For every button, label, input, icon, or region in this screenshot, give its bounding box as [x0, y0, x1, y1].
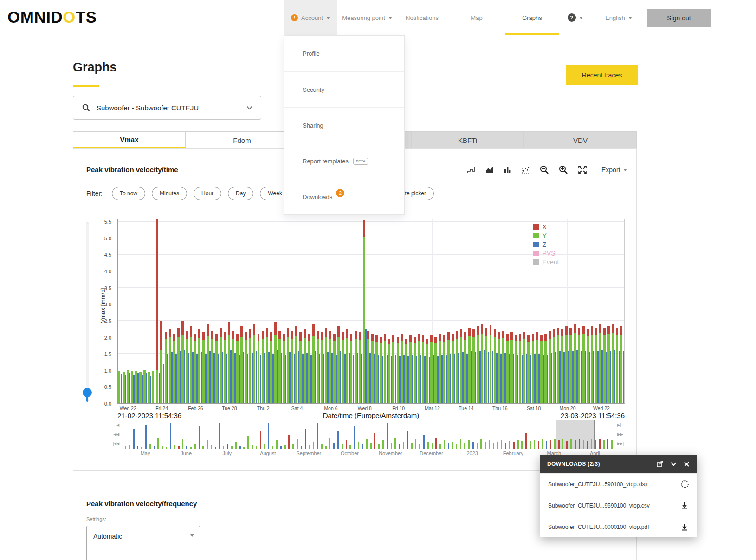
x-series-bar [578, 328, 581, 335]
nav-item-map[interactable]: Map [463, 0, 491, 35]
y-series-bar [202, 340, 205, 403]
mini-bar [346, 440, 347, 449]
nav-item-graphs[interactable]: Graphs [505, 0, 559, 35]
tab-vmax[interactable]: Vmax [73, 131, 186, 148]
nav-item-help[interactable]: ? [564, 0, 586, 35]
tab-kbfti[interactable]: KBFTi [411, 131, 524, 148]
filter-minutes[interactable]: Minutes [152, 187, 187, 200]
zoom-out-icon[interactable] [538, 164, 551, 176]
page-forward-icon[interactable]: ▶▶| [617, 439, 623, 448]
filter-to-now[interactable]: To now [112, 187, 145, 200]
menu-item-security[interactable]: Security [284, 71, 404, 107]
tab-vdv[interactable]: VDV [524, 131, 637, 148]
y-series-bar [452, 341, 454, 403]
mini-bar [505, 443, 506, 449]
bar-group [468, 219, 472, 403]
menu-item-downloads[interactable]: Downloads2 [284, 179, 404, 214]
download-row[interactable]: Subwoofer_CUTEJU...0000100_vtop.pdf [540, 516, 697, 537]
zoom-in-icon[interactable] [557, 164, 570, 176]
legend-item-event[interactable]: Event [533, 257, 559, 266]
skip-to-start-icon[interactable]: |◀ [116, 421, 119, 429]
x-series-bar [228, 322, 230, 335]
y-series-bar [375, 342, 378, 403]
legend-item-pvs[interactable]: PVS [533, 249, 559, 257]
menu-item-profile[interactable]: Profile [284, 36, 404, 71]
bar-group [342, 219, 346, 403]
bar-group [190, 219, 194, 403]
bar-group [447, 219, 451, 403]
y-series-bar [363, 237, 365, 403]
menu-item-sharing[interactable]: Sharing [284, 107, 404, 143]
x-series-bar [397, 337, 399, 343]
menu-item-report-templates[interactable]: Report templatesBETA [284, 143, 404, 179]
logo-text: OMNID [7, 8, 63, 26]
fast-forward-icon[interactable]: ▶▶ [617, 430, 623, 438]
fast-backward-icon[interactable]: ◀◀ [113, 430, 119, 438]
x-series-bar [557, 328, 559, 336]
column-chart-icon[interactable] [502, 164, 514, 175]
nav-item-measuring-point[interactable]: Measuring point [341, 0, 393, 35]
tab-fdom[interactable]: Fdom [186, 131, 298, 148]
x-series-bar [612, 324, 614, 333]
bar-group [287, 219, 291, 403]
filter-hour[interactable]: Hour [194, 187, 221, 200]
month-label: June [181, 451, 192, 456]
x-series-bar [452, 334, 454, 341]
download-row[interactable]: Subwoofer_CUTEJU...590100_vtop.xlsx [540, 473, 697, 495]
x-series-bar [510, 332, 513, 340]
legend-item-x[interactable]: X [533, 222, 559, 231]
legend-item-z[interactable]: Z [533, 240, 559, 249]
y-series-bar [118, 371, 121, 403]
mini-bar [509, 441, 510, 449]
page-backward-icon[interactable]: |◀◀ [113, 439, 119, 448]
y-tick-label: 4.5 [104, 252, 111, 257]
y-zoom-slider-track [86, 222, 89, 401]
mini-bar [411, 443, 413, 449]
download-icon[interactable] [680, 502, 689, 510]
export-button[interactable]: Export [601, 166, 627, 174]
recent-traces-button[interactable]: Recent traces [566, 65, 638, 85]
x-series-bar [418, 334, 420, 341]
bar-group [405, 219, 409, 403]
y-zoom-slider-handle[interactable] [83, 388, 92, 397]
month-label: July [222, 451, 232, 456]
area-chart-icon[interactable] [484, 164, 496, 175]
step-line-chart-icon[interactable] [465, 164, 478, 175]
bar-group [329, 219, 333, 403]
y-series-bar [595, 335, 597, 403]
mini-bar [305, 429, 306, 449]
x-tick-label: Wed 22 [120, 406, 136, 411]
nav-item-account[interactable]: ! Account [284, 0, 337, 35]
mini-bar [415, 439, 416, 449]
filter-day[interactable]: Day [228, 187, 253, 200]
x-series-bar [156, 219, 158, 370]
measuring-point-select[interactable]: Subwoofer - Subwoofer CUTEJU [73, 96, 261, 120]
overview-bars[interactable] [125, 420, 615, 449]
mini-bar [423, 435, 425, 449]
nav-item-notifications[interactable]: Notifications [400, 0, 444, 35]
sign-out-button[interactable]: Sign out [647, 9, 711, 27]
download-icon[interactable] [680, 523, 689, 531]
loading-spinner-icon[interactable] [681, 480, 689, 488]
mini-bar [280, 446, 282, 449]
mini-bar [427, 442, 429, 449]
y-series-bar [607, 334, 610, 403]
skip-to-end-icon[interactable]: ▶| [617, 421, 620, 429]
close-panel-icon[interactable] [684, 461, 690, 467]
scatter-chart-icon[interactable] [520, 164, 532, 175]
y-series-bar [266, 337, 268, 403]
nav-item-language[interactable]: English [601, 0, 636, 35]
download-row[interactable]: Subwoofer_CUTEJU...9590100_vtop.csv [540, 495, 697, 516]
bar-group [510, 219, 515, 403]
omnidots-logo[interactable]: OMNIDOTS [7, 8, 97, 26]
y-series-bar [519, 341, 521, 403]
settings-select[interactable]: Automatic [86, 526, 200, 560]
plot-area[interactable]: XYZPVSEvent [117, 219, 625, 404]
collapse-panel-icon[interactable] [670, 462, 677, 466]
x-series-bar [498, 332, 500, 339]
legend-item-y[interactable]: Y [533, 231, 559, 240]
open-in-new-icon[interactable] [656, 460, 664, 468]
mini-bar [182, 439, 183, 449]
mini-bar [464, 443, 465, 449]
expand-icon[interactable] [576, 164, 589, 176]
